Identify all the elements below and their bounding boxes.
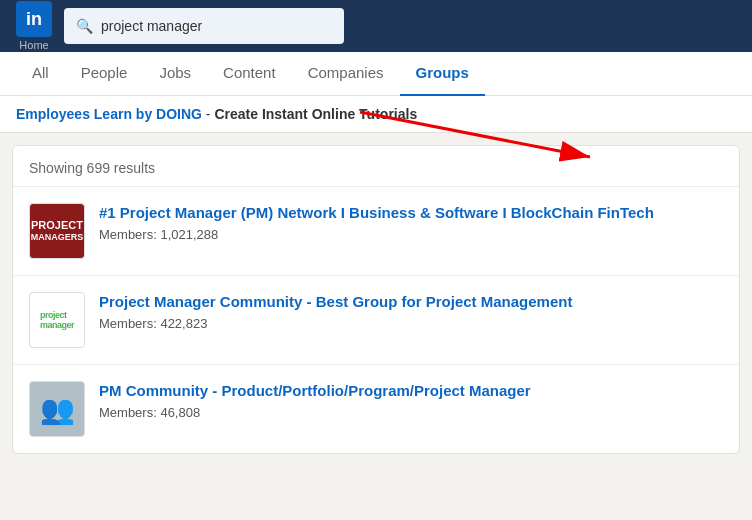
tab-jobs[interactable]: Jobs [143,52,207,96]
linkedin-logo: in [16,1,52,37]
tab-groups[interactable]: Groups [400,52,485,96]
banner: Employees Learn by DOING - Create Instan… [0,96,752,133]
group-members-1: Members: 1,021,288 [99,227,723,242]
group-name-1[interactable]: #1 Project Manager (PM) Network I Busine… [99,203,723,223]
group-logo-2: projectmanager [29,292,85,348]
banner-separator: - [202,106,214,122]
group-name-3[interactable]: PM Community - Product/Portfolio/Program… [99,381,723,401]
group-logo-1: PROJECT MANAGERS [29,203,85,259]
search-input[interactable] [101,18,332,34]
nav-tabs: All People Jobs Content Companies Groups [0,52,752,96]
banner-bold-text: Create Instant Online Tutorials [214,106,417,122]
group-logo-text-1: PROJECT MANAGERS [29,214,85,248]
group-item: 👥 PM Community - Product/Portfolio/Progr… [13,365,739,453]
group-info-3: PM Community - Product/Portfolio/Program… [99,381,723,420]
linkedin-home-nav[interactable]: in Home [16,1,52,51]
tab-all[interactable]: All [16,52,65,96]
tab-companies[interactable]: Companies [292,52,400,96]
group-members-2: Members: 422,823 [99,316,723,331]
group-info-1: #1 Project Manager (PM) Network I Busine… [99,203,723,242]
group-people-icon: 👥 [40,393,75,426]
search-bar[interactable]: 🔍 [64,8,344,44]
header: in Home 🔍 [0,0,752,52]
group-item: PROJECT MANAGERS #1 Project Manager (PM)… [13,187,739,276]
group-name-2[interactable]: Project Manager Community - Best Group f… [99,292,723,312]
group-logo-3: 👥 [29,381,85,437]
group-members-3: Members: 46,808 [99,405,723,420]
tab-content[interactable]: Content [207,52,292,96]
home-label: Home [19,39,48,51]
tab-people[interactable]: People [65,52,144,96]
results-container: Showing 699 results PROJECT MANAGERS #1 … [12,145,740,454]
search-icon: 🔍 [76,18,93,34]
banner-link[interactable]: Employees Learn by DOING [16,106,202,122]
group-item: projectmanager Project Manager Community… [13,276,739,365]
results-count: Showing 699 results [13,146,739,187]
nav-area: All People Jobs Content Companies Groups [0,52,752,96]
group-info-2: Project Manager Community - Best Group f… [99,292,723,331]
group-logo-text-2: projectmanager [40,310,74,330]
